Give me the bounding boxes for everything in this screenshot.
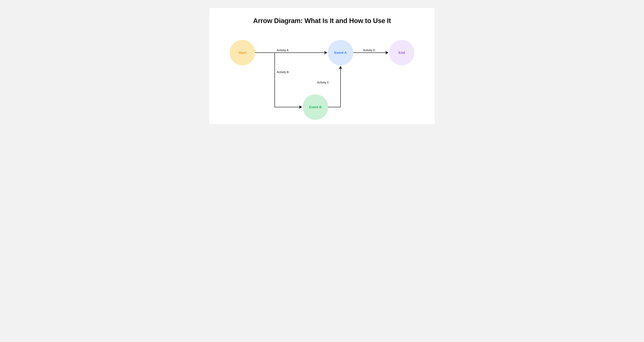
node-end-label: End	[398, 51, 405, 54]
node-end: End	[389, 40, 414, 65]
diagram-canvas: Arrow Diagram: What Is It and How to Use…	[209, 8, 435, 124]
node-start: Start	[230, 40, 255, 65]
node-event-b-label: Event B	[309, 105, 322, 109]
node-event-b: Event B	[303, 94, 328, 120]
diagram-title: Arrow Diagram: What Is It and How to Use…	[209, 17, 435, 25]
edge-label-activity-d: Activity D	[363, 49, 375, 52]
node-event-a: Event A	[328, 40, 353, 65]
edge-label-activity-b: Activity B	[277, 70, 289, 74]
arrow-activity-c	[328, 67, 340, 107]
node-event-a-label: Event A	[334, 51, 347, 54]
edge-label-activity-a: Activity A	[277, 49, 288, 52]
edge-label-activity-c: Activity C	[317, 81, 329, 84]
arrow-activity-b	[275, 53, 302, 107]
node-start-label: Start	[238, 51, 246, 54]
